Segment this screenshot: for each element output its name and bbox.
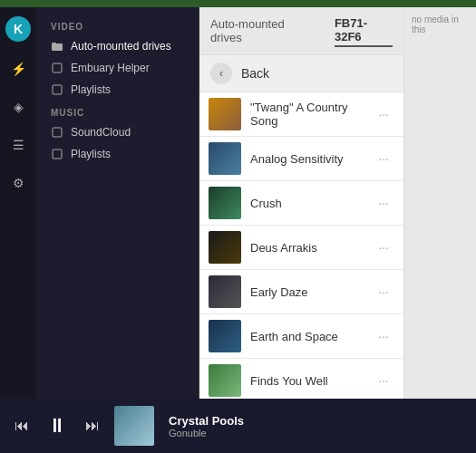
usb-icon[interactable]: ⚡ — [7, 58, 29, 80]
list-area[interactable]: ‹ Back "Twang" A Country Song ··· Analog… — [199, 55, 403, 399]
sidebar-item-playlists-video[interactable]: Playlists — [36, 79, 199, 101]
play-pause-button[interactable]: ⏸ — [47, 414, 67, 438]
player-track-title: Crystal Pools — [169, 414, 244, 428]
main-container: K ⚡ ◈ ☰ ⚙ VIDEO Auto-mounted drives Embu… — [0, 7, 476, 399]
item-title: Early Daze — [250, 285, 373, 299]
item-menu-button[interactable]: ··· — [373, 283, 394, 301]
list-icon — [51, 83, 63, 96]
sidebar-item-auto-mounted-drives[interactable]: Auto-mounted drives — [36, 35, 199, 57]
album-thumbnail — [209, 231, 241, 264]
sidebar-item-playlists-music[interactable]: Playlists — [36, 143, 199, 165]
list-items-container: "Twang" A Country Song ··· Analog Sensit… — [199, 92, 403, 399]
list-item[interactable]: Early Daze ··· — [199, 270, 403, 314]
player-thumbnail — [114, 406, 154, 446]
list-item[interactable]: Finds You Well ··· — [199, 359, 403, 399]
top-bar — [0, 0, 476, 7]
back-label: Back — [241, 66, 269, 81]
item-menu-button[interactable]: ··· — [373, 238, 394, 256]
svg-rect-2 — [53, 63, 62, 72]
item-title: Earth and Space — [250, 330, 373, 343]
no-media-text: no media in this — [412, 14, 459, 34]
list-item[interactable]: Crush ··· — [199, 181, 403, 226]
tab-auto-mounted[interactable]: Auto-mounted drives — [210, 15, 316, 46]
player-album-art — [114, 406, 154, 446]
bottom-player: ⏮ ⏸ ⏭ Crystal Pools Gonuble — [0, 399, 476, 453]
album-thumbnail — [209, 187, 241, 219]
player-artist: Gonuble — [169, 428, 244, 439]
svg-rect-0 — [52, 43, 56, 43]
item-menu-button[interactable]: ··· — [373, 371, 394, 390]
item-menu-button[interactable]: ··· — [373, 194, 394, 212]
item-title: "Twang" A Country Song — [250, 101, 373, 128]
prev-button[interactable]: ⏮ — [15, 418, 29, 434]
content-area: Auto-mounted drives FB71-32F6 ‹ Back "Tw… — [199, 7, 403, 399]
next-button[interactable]: ⏭ — [85, 418, 100, 434]
left-nav-icons: K ⚡ ◈ ☰ ⚙ — [0, 7, 36, 399]
video-section-label: VIDEO — [36, 14, 199, 35]
document-icon[interactable]: ☰ — [7, 134, 29, 156]
item-title: Finds You Well — [250, 374, 373, 388]
svg-rect-4 — [53, 128, 62, 137]
list-item[interactable]: Deus Arrakis ··· — [199, 226, 403, 270]
right-panel: no media in this — [403, 7, 476, 399]
music-section-label: MUSIC — [36, 101, 199, 121]
svg-rect-1 — [52, 43, 63, 51]
item-title: Crush — [250, 197, 373, 210]
soundcloud-icon — [51, 126, 63, 139]
album-thumbnail — [209, 142, 241, 175]
sidebar: VIDEO Auto-mounted drives Embuary Helper… — [36, 7, 199, 399]
sidebar-item-soundcloud[interactable]: SoundCloud — [36, 121, 199, 143]
plugin-icon — [51, 62, 63, 74]
item-menu-button[interactable]: ··· — [373, 149, 394, 168]
item-menu-button[interactable]: ··· — [373, 327, 394, 345]
list-item[interactable]: "Twang" A Country Song ··· — [199, 92, 403, 137]
tab-fb71[interactable]: FB71-32F6 — [335, 14, 393, 47]
playlist-icon — [51, 148, 63, 160]
list-item[interactable]: Analog Sensitivity ··· — [199, 137, 403, 181]
layers-icon[interactable]: ◈ — [7, 96, 29, 118]
sidebar-item-embuary-helper[interactable]: Embuary Helper — [36, 57, 199, 79]
folder-icon — [51, 40, 63, 53]
album-thumbnail — [209, 364, 241, 397]
player-controls: ⏮ ⏸ ⏭ — [15, 414, 100, 438]
back-row[interactable]: ‹ Back — [199, 55, 403, 92]
list-item[interactable]: Earth and Space ··· — [199, 314, 403, 359]
album-thumbnail — [209, 320, 241, 352]
album-thumbnail — [209, 275, 241, 308]
player-info: Crystal Pools Gonuble — [169, 414, 244, 439]
content-header: Auto-mounted drives FB71-32F6 — [199, 7, 403, 55]
album-thumbnail — [209, 98, 241, 130]
svg-rect-5 — [53, 149, 62, 159]
item-menu-button[interactable]: ··· — [373, 105, 394, 123]
svg-rect-3 — [53, 85, 62, 94]
item-title: Analog Sensitivity — [250, 152, 373, 166]
item-title: Deus Arrakis — [250, 241, 373, 255]
back-button-icon[interactable]: ‹ — [210, 63, 232, 84]
kodi-logo[interactable]: K — [5, 16, 31, 42]
settings-icon[interactable]: ⚙ — [7, 172, 29, 194]
